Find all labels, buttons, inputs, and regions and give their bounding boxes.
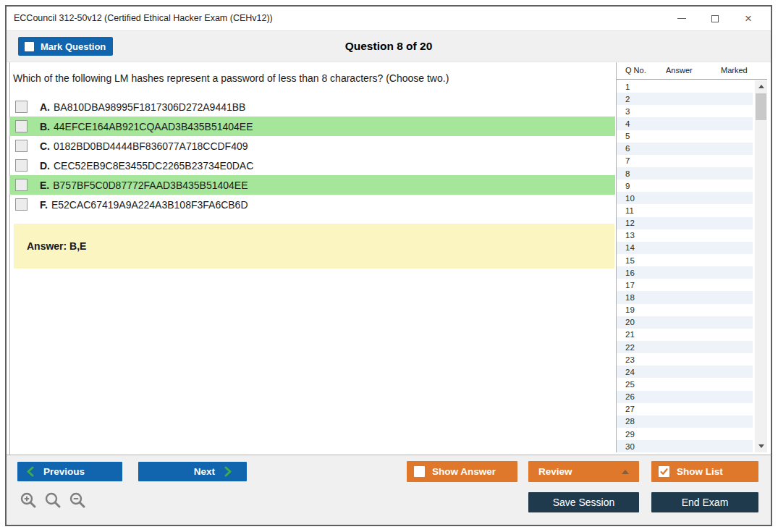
scroll-up-icon[interactable]: [755, 81, 767, 92]
question-list-row[interactable]: 14: [617, 242, 753, 254]
content-area: Which of the following LM hashes represe…: [7, 62, 771, 455]
end-exam-button[interactable]: End Exam: [651, 492, 758, 512]
mark-question-checkbox[interactable]: [25, 42, 34, 51]
question-list-row[interactable]: 4: [617, 117, 753, 130]
mark-question-button[interactable]: Mark Question: [18, 37, 113, 56]
option-text: CEC52EB9C8E3455DC2265B23734E0DAC: [54, 160, 253, 172]
question-list-row[interactable]: 24: [617, 366, 753, 378]
previous-label: Previous: [43, 466, 85, 477]
scroll-down-icon[interactable]: [755, 441, 767, 452]
option-letter: A.: [40, 101, 50, 113]
review-label: Review: [538, 466, 572, 477]
row-qno: 3: [625, 107, 666, 116]
question-list-row[interactable]: 8: [617, 167, 753, 180]
previous-button[interactable]: Previous: [17, 462, 122, 481]
question-list-row[interactable]: 18: [617, 291, 753, 303]
answer-option[interactable]: F. E52CAC67419A9A224A3B108F3FA6CB6D: [9, 195, 615, 214]
question-list-row[interactable]: 16: [617, 266, 753, 279]
column-header-qno: Q No.: [625, 66, 646, 75]
show-list-checkbox[interactable]: [659, 466, 669, 477]
row-qno: 6: [625, 144, 666, 153]
row-qno: 30: [625, 442, 666, 451]
show-list-label: Show List: [677, 466, 723, 477]
option-text: E52CAC67419A9A224A3B108F3FA6CB6D: [51, 199, 248, 211]
row-qno: 14: [625, 243, 666, 252]
show-answer-checkbox[interactable]: [414, 466, 425, 477]
option-checkbox[interactable]: [15, 198, 28, 211]
question-list-row[interactable]: 5: [617, 130, 753, 143]
question-list-row[interactable]: 11: [617, 204, 753, 216]
row-qno: 5: [625, 132, 666, 140]
question-list-row[interactable]: 27: [617, 403, 753, 415]
question-list-row[interactable]: 12: [617, 217, 753, 229]
close-button[interactable]: ×: [732, 7, 765, 30]
question-list-row[interactable]: 23: [617, 353, 753, 366]
end-exam-label: End Exam: [682, 497, 729, 508]
row-qno: 17: [625, 281, 666, 290]
question-list-header: Q No. Answer Marked: [617, 62, 767, 80]
answer-option[interactable]: C. 0182BD0BD4444BF836077A718CCDF409: [9, 136, 615, 156]
question-list-row[interactable]: 17: [617, 279, 753, 291]
question-list-row[interactable]: 30: [617, 440, 753, 452]
option-checkbox[interactable]: [15, 140, 28, 152]
question-list-row[interactable]: 29: [617, 428, 753, 440]
question-list-row[interactable]: 20: [617, 316, 753, 329]
question-list-row[interactable]: 19: [617, 304, 753, 316]
answer-option[interactable]: A. BA810DBA98995F1817306D272A9441BB: [9, 97, 615, 117]
question-list-row[interactable]: 10: [617, 192, 753, 204]
next-label: Next: [194, 466, 215, 477]
question-list-row[interactable]: 1: [617, 80, 753, 93]
question-list-row[interactable]: 15: [617, 254, 753, 266]
question-list-row[interactable]: 13: [617, 229, 753, 242]
column-header-marked: Marked: [721, 66, 748, 75]
next-button[interactable]: Next: [138, 462, 247, 481]
row-qno: 13: [625, 231, 666, 240]
show-answer-button[interactable]: Show Answer: [407, 461, 517, 482]
question-list-rows: 1 2 3 4 5 6 7 8 9 10 11: [617, 80, 753, 452]
question-list-row[interactable]: 3: [617, 105, 753, 117]
option-checkbox[interactable]: [15, 159, 28, 172]
question-list-panel: Q No. Answer Marked 1 2 3 4 5 6 7 8: [616, 62, 767, 452]
row-qno: 11: [625, 206, 666, 215]
answer-option[interactable]: D. CEC52EB9C8E3455DC2265B23734E0DAC: [9, 156, 615, 175]
answer-option[interactable]: B. 44EFCE164AB921CQAAD3B435B51404EE: [9, 117, 615, 136]
options-list: A. BA810DBA98995F1817306D272A9441BB B. 4…: [9, 97, 615, 214]
question-list-row[interactable]: 25: [617, 378, 753, 390]
row-qno: 23: [625, 355, 666, 364]
row-qno: 12: [625, 219, 666, 227]
caret-up-icon: [622, 470, 629, 474]
review-button[interactable]: Review: [528, 461, 639, 482]
question-list-row[interactable]: 21: [617, 329, 753, 341]
minimize-button[interactable]: [665, 7, 698, 30]
row-qno: 10: [625, 194, 666, 203]
zoom-out-icon[interactable]: [69, 491, 87, 510]
save-session-button[interactable]: Save Session: [528, 492, 639, 512]
question-list-row[interactable]: 28: [617, 415, 753, 428]
title-bar: ECCouncil 312-50v12 (Certified Ethical H…: [7, 7, 771, 30]
option-text: 0182BD0BD4444BF836077A718CCDF409: [54, 140, 248, 152]
row-qno: 24: [625, 368, 666, 376]
question-list-row[interactable]: 6: [617, 143, 753, 155]
option-checkbox[interactable]: [15, 101, 28, 113]
row-qno: 29: [625, 430, 666, 439]
question-list-row[interactable]: 2: [617, 93, 753, 105]
question-list-row[interactable]: 9: [617, 180, 753, 192]
zoom-reset-icon[interactable]: [44, 491, 62, 510]
minimize-icon: [677, 18, 686, 19]
question-list-row[interactable]: 22: [617, 341, 753, 353]
column-header-answer: Answer: [666, 66, 693, 75]
question-list-row[interactable]: 26: [617, 391, 753, 403]
question-list-row[interactable]: 7: [617, 155, 753, 167]
option-checkbox[interactable]: [15, 179, 28, 191]
answer-option[interactable]: E. B757BF5C0D87772FAAD3B435B51404EE: [9, 175, 615, 195]
row-qno: 7: [625, 156, 666, 165]
option-checkbox[interactable]: [15, 120, 28, 132]
zoom-in-icon[interactable]: [20, 491, 38, 510]
row-qno: 18: [625, 293, 666, 302]
option-text: 44EFCE164AB921CQAAD3B435B51404EE: [54, 121, 253, 132]
row-qno: 16: [625, 269, 666, 277]
maximize-button[interactable]: [698, 7, 732, 30]
question-list-scrollbar[interactable]: [755, 80, 767, 452]
show-list-button[interactable]: Show List: [651, 461, 758, 482]
scrollbar-thumb[interactable]: [756, 93, 766, 120]
